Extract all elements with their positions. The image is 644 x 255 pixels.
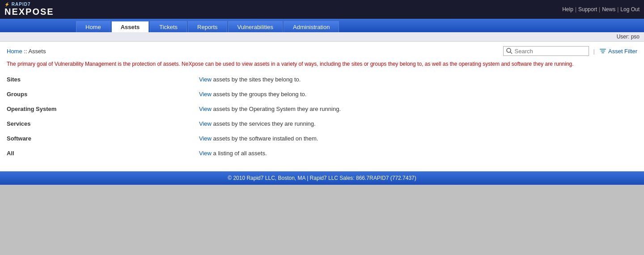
asset-view-link[interactable]: View <box>199 150 212 157</box>
asset-label: Groups <box>7 91 96 98</box>
asset-description: View assets by the groups they belong to… <box>199 91 306 98</box>
nav-tab-home[interactable]: Home <box>76 21 110 32</box>
asset-description: View assets by the Operating System they… <box>199 106 341 112</box>
nexpose-logo: NEXPOSE <box>4 7 54 17</box>
nav-tab-administration[interactable]: Administration <box>284 21 339 32</box>
asset-view-link[interactable]: View <box>199 106 212 112</box>
help-link[interactable]: Help <box>562 6 573 13</box>
breadcrumb-row: Home :: Assets | Asset Filter <box>7 46 637 56</box>
breadcrumb-current: Assets <box>28 48 46 55</box>
breadcrumb-home[interactable]: Home <box>7 48 22 55</box>
nav-tab-reports[interactable]: Reports <box>188 21 227 32</box>
asset-row: Operating SystemView assets by the Opera… <box>7 106 637 112</box>
search-input[interactable] <box>515 48 586 55</box>
asset-label: Services <box>7 120 96 127</box>
search-area: | Asset Filter <box>503 46 637 56</box>
sep2: | <box>599 6 600 13</box>
nav-tab-vulnerabilities[interactable]: Vulnerabilities <box>228 21 283 32</box>
footer-text: © 2010 Rapid7 LLC, Boston, MA | Rapid7 L… <box>228 175 416 181</box>
filter-icon <box>599 47 606 55</box>
breadcrumb: Home :: Assets <box>7 48 46 55</box>
asset-label: All <box>7 150 96 157</box>
sep3: | <box>617 6 619 13</box>
search-box-wrap <box>503 46 589 56</box>
logo-area: ⚡ RAPID7 NEXPOSE <box>4 2 54 17</box>
asset-label: Sites <box>7 76 96 83</box>
user-bar: User: pso <box>0 32 644 42</box>
asset-description: View assets by the sites they belong to. <box>199 76 301 83</box>
user-label: User: pso <box>617 34 640 40</box>
top-bar: ⚡ RAPID7 NEXPOSE Help | Support | News |… <box>0 0 644 19</box>
nav-tabs: HomeAssetsTicketsReportsVulnerabilitiesA… <box>0 19 644 32</box>
search-icon <box>506 47 513 55</box>
search-sep: | <box>593 48 595 55</box>
news-link[interactable]: News <box>602 6 615 13</box>
top-nav-links: Help | Support | News | Log Out <box>562 6 640 13</box>
svg-rect-2 <box>600 49 606 50</box>
nav-tab-assets[interactable]: Assets <box>111 21 149 32</box>
asset-view-link[interactable]: View <box>199 135 212 142</box>
asset-description: View a listing of all assets. <box>199 150 267 157</box>
asset-row: ServicesView assets by the services they… <box>7 120 637 127</box>
svg-line-1 <box>510 52 512 54</box>
support-link[interactable]: Support <box>578 6 597 13</box>
asset-description: View assets by the services they are run… <box>199 120 316 127</box>
main-content: Home :: Assets | Asset Filter The <box>0 42 644 171</box>
asset-row: AllView a listing of all assets. <box>7 150 637 157</box>
footer: © 2010 Rapid7 LLC, Boston, MA | Rapid7 L… <box>0 171 644 185</box>
asset-label: Operating System <box>7 106 96 112</box>
asset-row: SitesView assets by the sites they belon… <box>7 76 637 83</box>
description: The primary goal of Vulnerability Manage… <box>7 60 637 68</box>
asset-label: Software <box>7 135 96 142</box>
logout-link[interactable]: Log Out <box>620 6 640 13</box>
asset-view-link[interactable]: View <box>199 76 212 83</box>
rapid7-logo: ⚡ RAPID7 <box>4 2 30 7</box>
asset-description: View assets by the software installed on… <box>199 135 318 142</box>
asset-filter-button[interactable]: Asset Filter <box>599 47 637 55</box>
asset-view-link[interactable]: View <box>199 91 212 98</box>
svg-point-0 <box>507 48 511 52</box>
asset-view-link[interactable]: View <box>199 120 212 127</box>
nav-tab-tickets[interactable]: Tickets <box>150 21 187 32</box>
svg-rect-3 <box>601 51 605 51</box>
breadcrumb-sep: :: <box>22 48 29 55</box>
svg-rect-4 <box>602 52 604 53</box>
sep1: | <box>575 6 576 13</box>
asset-filter-label: Asset Filter <box>608 48 637 55</box>
asset-row: SoftwareView assets by the software inst… <box>7 135 637 142</box>
asset-categories: SitesView assets by the sites they belon… <box>7 76 637 157</box>
asset-row: GroupsView assets by the groups they bel… <box>7 91 637 98</box>
